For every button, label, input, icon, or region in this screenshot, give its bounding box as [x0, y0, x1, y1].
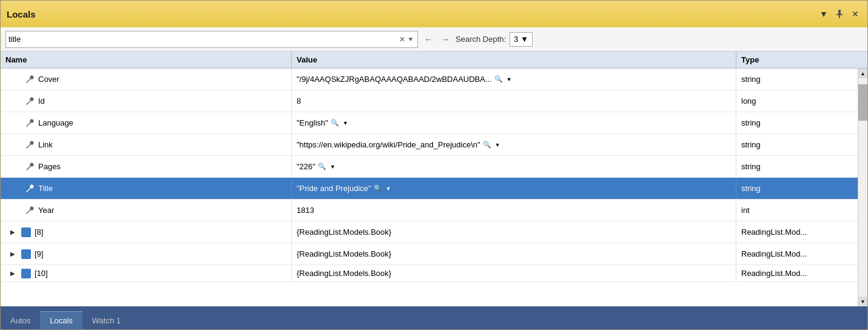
svg-rect-2: [839, 15, 840, 18]
close-button[interactable]: ✕: [849, 8, 861, 20]
value-dropdown-icon[interactable]: ▼: [386, 186, 391, 192]
search-container: ✕ ▼: [5, 31, 418, 48]
row-value-item9: {ReadingList.Models.Book}: [292, 243, 736, 264]
table-row[interactable]: Link "https://en.wikipedia.org/wiki/Prid…: [1, 134, 858, 156]
row-type-year: int: [736, 200, 858, 221]
row-type-cover: string: [736, 69, 858, 90]
scrollbar: ▲ ▼: [858, 69, 867, 306]
language-label: Language: [38, 118, 73, 127]
row-type-item10: ReadingList.Mod...: [736, 265, 858, 281]
expand-icon[interactable]: ▶: [10, 270, 18, 277]
table-content: Cover "/9j/4AAQSkZJRgABAQAAAQABAAD/2wBDA…: [1, 69, 867, 306]
tab-autos[interactable]: Autos: [1, 311, 40, 329]
search-icon[interactable]: 🔍: [494, 75, 503, 83]
search-dropdown-button[interactable]: ▼: [406, 36, 415, 42]
scroll-down-button[interactable]: ▼: [858, 297, 867, 306]
value-dropdown-icon[interactable]: ▼: [343, 120, 348, 126]
row-value-title: "Pride and Prejudice" 🔍 ▼: [292, 178, 736, 199]
title-bar-controls: ▼ ✕: [818, 8, 861, 20]
row-type-title: string: [736, 178, 858, 199]
row-name-item10: ▶ [10]: [1, 265, 292, 281]
row-value-item8: {ReadingList.Models.Book}: [292, 221, 736, 243]
wrench-icon: [25, 75, 35, 84]
scroll-up-button[interactable]: ▲: [858, 69, 867, 78]
table-row[interactable]: ▶ [8] {ReadingList.Models.Book} ReadingL…: [1, 221, 858, 243]
wrench-icon: [25, 184, 35, 194]
search-depth-arrow-icon: ▼: [520, 35, 528, 44]
search-icon[interactable]: 🔍: [331, 119, 339, 127]
column-header-value: Value: [292, 52, 736, 68]
table-container: Name Value Type Cover "/9j/4AAQSkZJRgABA…: [1, 52, 867, 306]
table-row[interactable]: Year 1813 int: [1, 200, 858, 221]
title-label: Title: [38, 184, 53, 193]
row-name-id: Id: [1, 90, 292, 112]
cube-icon: [21, 249, 31, 259]
row-value-item10: {ReadingList.Models.Book}: [292, 265, 736, 281]
row-type-pages: string: [736, 156, 858, 177]
search-depth-number: 3: [514, 35, 518, 44]
table-row[interactable]: ▶ [10] {ReadingList.Models.Book} Reading…: [1, 265, 858, 282]
wrench-icon: [25, 96, 35, 106]
row-value-year: 1813: [292, 200, 736, 221]
year-label: Year: [38, 206, 54, 215]
search-clear-button[interactable]: ✕: [398, 35, 406, 44]
row-value-cover: "/9j/4AAQSkZJRgABAQAAAQABAAD/2wBDAAUDBA.…: [292, 69, 736, 90]
nav-forward-button[interactable]: →: [439, 33, 452, 45]
row-value-link: "https://en.wikipedia.org/wiki/Pride_and…: [292, 134, 736, 155]
search-icon[interactable]: 🔍: [374, 184, 382, 192]
table-row[interactable]: Language "English" 🔍 ▼ string: [1, 112, 858, 134]
column-header-name: Name: [1, 52, 292, 68]
expand-icon[interactable]: ▶: [10, 251, 18, 257]
table-row[interactable]: Cover "/9j/4AAQSkZJRgABAQAAAQABAAD/2wBDA…: [1, 69, 858, 90]
window-title: Locals: [7, 9, 818, 19]
locals-window: Locals ▼ ✕ ✕ ▼ ← → Search Depth: 3 ▼: [0, 0, 868, 330]
table-row[interactable]: Title "Pride and Prejudice" 🔍 ▼ string: [1, 178, 858, 200]
item10-label: [10]: [35, 269, 48, 278]
value-dropdown-icon[interactable]: ▼: [495, 142, 500, 148]
tab-watch1[interactable]: Watch 1: [82, 311, 130, 329]
row-name-cover: Cover: [1, 69, 292, 90]
table-row[interactable]: Pages "226" 🔍 ▼ string: [1, 156, 858, 178]
link-label: Link: [38, 140, 53, 149]
row-name-link: Link: [1, 134, 292, 155]
cube-icon: [21, 227, 31, 237]
column-header-type: Type: [736, 52, 858, 68]
wrench-icon: [25, 162, 35, 172]
search-icon[interactable]: 🔍: [318, 163, 326, 170]
pin-button[interactable]: [833, 8, 846, 20]
row-value-language: "English" 🔍 ▼: [292, 112, 736, 133]
cube-icon: [21, 269, 31, 278]
wrench-icon: [25, 118, 35, 128]
scroll-track[interactable]: [858, 78, 867, 297]
tab-locals[interactable]: Locals: [40, 311, 82, 329]
row-value-id: 8: [292, 90, 736, 112]
expand-icon[interactable]: ▶: [10, 229, 18, 235]
table-header: Name Value Type: [1, 52, 867, 69]
table-row[interactable]: ▶ [9] {ReadingList.Models.Book} ReadingL…: [1, 243, 858, 265]
search-input[interactable]: [8, 35, 398, 44]
scroll-thumb[interactable]: [858, 84, 867, 121]
row-name-item8: ▶ [8]: [1, 221, 292, 243]
row-name-language: Language: [1, 112, 292, 133]
nav-back-button[interactable]: ←: [422, 33, 435, 45]
row-name-pages: Pages: [1, 156, 292, 177]
table-row[interactable]: Id 8 long: [1, 90, 858, 112]
cover-label: Cover: [38, 75, 59, 84]
search-icon[interactable]: 🔍: [483, 141, 491, 149]
row-name-title: Title: [1, 178, 292, 199]
title-bar: Locals ▼ ✕: [1, 1, 867, 27]
svg-rect-1: [836, 14, 843, 15]
row-name-year: Year: [1, 200, 292, 221]
item9-label: [9]: [35, 249, 43, 258]
value-dropdown-icon[interactable]: ▼: [506, 76, 512, 82]
row-name-item9: ▶ [9]: [1, 243, 292, 264]
row-type-id: long: [736, 90, 858, 112]
value-dropdown-icon[interactable]: ▼: [330, 164, 335, 170]
row-type-language: string: [736, 112, 858, 133]
item8-label: [8]: [35, 227, 43, 237]
pages-label: Pages: [38, 162, 61, 171]
search-depth-dropdown[interactable]: 3 ▼: [510, 32, 533, 47]
id-label: Id: [38, 96, 45, 106]
dropdown-button[interactable]: ▼: [818, 8, 830, 20]
bottom-tabs: Autos Locals Watch 1: [1, 306, 867, 329]
